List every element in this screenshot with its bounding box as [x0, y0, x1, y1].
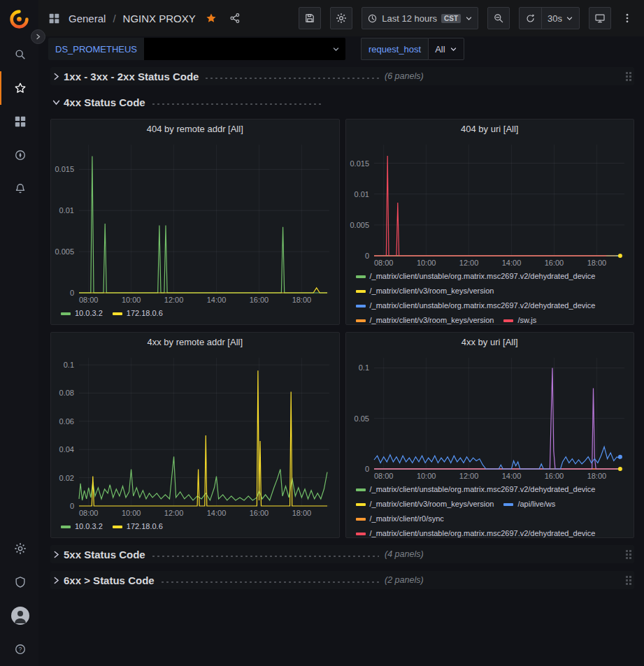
- dashboard-settings-button[interactable]: [330, 7, 352, 29]
- svg-text:0: 0: [364, 252, 368, 260]
- breadcrumb-folder[interactable]: General: [69, 13, 106, 24]
- sidebar-item-alerting[interactable]: [0, 172, 38, 205]
- svg-text:18:00: 18:00: [587, 472, 606, 480]
- zoom-out-icon: [493, 13, 504, 24]
- timeseries-chart[interactable]: 08:0010:0012:0014:0016:0018:0000.050.1: [346, 351, 634, 482]
- svg-text:12:00: 12:00: [459, 472, 478, 480]
- svg-text:12:00: 12:00: [164, 296, 184, 304]
- row-drag-handle[interactable]: [625, 71, 631, 81]
- svg-text:0: 0: [70, 502, 74, 510]
- row-title: 1xx - 3xx - 2xx Status Code: [64, 71, 199, 82]
- save-dashboard-button[interactable]: [299, 7, 321, 29]
- datasource-value-select[interactable]: [144, 38, 345, 60]
- sidebar-item-profile[interactable]: [0, 599, 38, 632]
- svg-text:08:00: 08:00: [373, 472, 393, 480]
- top-navbar: General / NGINX PROXY: [38, 0, 644, 36]
- time-range-label: Last 12 hours: [382, 13, 437, 24]
- row-title: 4xx Status Code: [64, 96, 145, 108]
- sidebar-item-search[interactable]: [0, 38, 38, 71]
- legend-item[interactable]: 10.0.3.2: [61, 519, 103, 534]
- favorite-star-button[interactable]: [206, 13, 217, 24]
- datasource-variable-label: DS_PROMETHEUS: [48, 38, 144, 60]
- svg-text:10:00: 10:00: [416, 259, 436, 267]
- timeseries-chart[interactable]: 08:0010:0012:0014:0016:0018:0000.020.040…: [51, 351, 339, 519]
- legend-label: 172.18.0.6: [127, 519, 163, 534]
- gear-icon: [336, 13, 347, 24]
- variables-bar: DS_PROMETHEUS request_host All: [38, 36, 644, 61]
- legend-item[interactable]: /_matrix/client/r0/sync: [356, 512, 444, 526]
- chevron-right-icon: [35, 34, 41, 40]
- apps-icon: [14, 115, 27, 128]
- panel-title[interactable]: 4xx by remote addr [All]: [51, 333, 339, 351]
- zoom-out-button[interactable]: [487, 7, 510, 29]
- refresh-interval-dropdown[interactable]: 30s: [541, 8, 579, 29]
- breadcrumb-separator: /: [113, 13, 115, 24]
- panel-title[interactable]: 404 by remote addr [All]: [51, 120, 339, 138]
- kebab-icon: [622, 13, 633, 24]
- refresh-interval-label: 30s: [548, 13, 562, 24]
- row-5xx[interactable]: 5xx Status Code (4 panels): [50, 545, 634, 563]
- svg-text:18:00: 18:00: [292, 509, 312, 517]
- clock-icon: [367, 13, 378, 24]
- sidebar: ?: [0, 0, 38, 666]
- row-panel-count: (4 panels): [385, 549, 424, 559]
- chevron-down-icon: [52, 98, 61, 107]
- legend-item[interactable]: /_matrix/client/unstable/org.matrix.msc2…: [356, 526, 596, 537]
- sidebar-item-help[interactable]: ?: [0, 632, 38, 666]
- legend-item[interactable]: /api/live/ws: [503, 497, 555, 512]
- row-panel-count: (2 panels): [385, 575, 424, 585]
- sidebar-item-configuration[interactable]: [0, 532, 38, 565]
- svg-text:0.015: 0.015: [55, 165, 74, 173]
- compass-icon: [14, 149, 27, 161]
- legend-item[interactable]: /_matrix/client/v3/room_keys/version: [356, 284, 494, 298]
- row-4xx[interactable]: 4xx Status Code: [50, 93, 634, 111]
- sidebar-item-server-admin[interactable]: [0, 565, 38, 599]
- row-1xx-3xx-2xx[interactable]: 1xx - 3xx - 2xx Status Code (6 panels): [50, 67, 634, 85]
- time-range-picker[interactable]: Last 12 hours CST: [362, 7, 478, 29]
- refresh-button[interactable]: [520, 8, 541, 29]
- svg-text:14:00: 14:00: [501, 259, 521, 267]
- sidebar-expand-button[interactable]: [31, 29, 45, 44]
- legend-item[interactable]: /_matrix/client/v3/room_keys/version: [356, 313, 494, 324]
- share-button[interactable]: [229, 13, 241, 24]
- sidebar-item-starred[interactable]: [0, 71, 38, 105]
- more-options-button[interactable]: [620, 13, 634, 24]
- timeseries-chart[interactable]: 08:0010:0012:0014:0016:0018:0000.0050.01…: [51, 138, 339, 305]
- legend-swatch: [356, 533, 366, 535]
- svg-text:16:00: 16:00: [544, 259, 564, 267]
- row-title: 6xx > Status Code: [64, 574, 155, 586]
- svg-text:16:00: 16:00: [250, 296, 269, 304]
- legend-label: /sw.js: [517, 313, 536, 324]
- timeseries-chart[interactable]: 08:0010:0012:0014:0016:0018:0000.0050.01…: [346, 138, 634, 268]
- request-host-value-select[interactable]: All: [428, 38, 464, 60]
- row-drag-handle[interactable]: [625, 549, 631, 559]
- legend-item[interactable]: /_matrix/client/unstable/org.matrix.msc2…: [356, 298, 596, 313]
- legend-item[interactable]: 172.18.0.6: [113, 519, 163, 534]
- svg-text:18:00: 18:00: [587, 259, 606, 267]
- legend-item[interactable]: /_matrix/client/unstable/org.matrix.msc2…: [356, 482, 596, 497]
- row-drag-handle[interactable]: [625, 575, 631, 585]
- legend-label: 10.0.3.2: [75, 306, 103, 321]
- legend-item[interactable]: 10.0.3.2: [61, 306, 103, 321]
- legend-item[interactable]: /_matrix/client/unstable/org.matrix.msc2…: [356, 269, 596, 284]
- legend-label: /_matrix/client/v3/room_keys/version: [370, 313, 494, 324]
- legend-item[interactable]: /sw.js: [503, 313, 536, 324]
- panel-title[interactable]: 4xx by uri [All]: [346, 333, 634, 351]
- svg-text:10:00: 10:00: [122, 509, 141, 517]
- tv-mode-button[interactable]: [589, 7, 611, 29]
- panel-legend: 10.0.3.2172.18.0.6: [51, 519, 339, 537]
- legend-item[interactable]: 172.18.0.6: [113, 306, 163, 321]
- row-6xx[interactable]: 6xx > Status Code (2 panels): [50, 571, 634, 589]
- legend-swatch: [61, 526, 71, 528]
- legend-label: /_matrix/client/unstable/org.matrix.msc2…: [370, 526, 596, 537]
- dotted-leader: [151, 103, 321, 106]
- dotted-leader: [151, 555, 379, 558]
- sidebar-item-explore[interactable]: [0, 138, 38, 172]
- svg-text:0.1: 0.1: [358, 363, 368, 372]
- panel-title[interactable]: 404 by uri [All]: [346, 120, 634, 138]
- svg-text:0.01: 0.01: [354, 190, 368, 198]
- svg-text:0.005: 0.005: [350, 221, 369, 229]
- bell-icon: [14, 182, 27, 195]
- legend-item[interactable]: /_matrix/client/v3/room_keys/version: [356, 497, 494, 512]
- sidebar-item-dashboards[interactable]: [0, 105, 38, 138]
